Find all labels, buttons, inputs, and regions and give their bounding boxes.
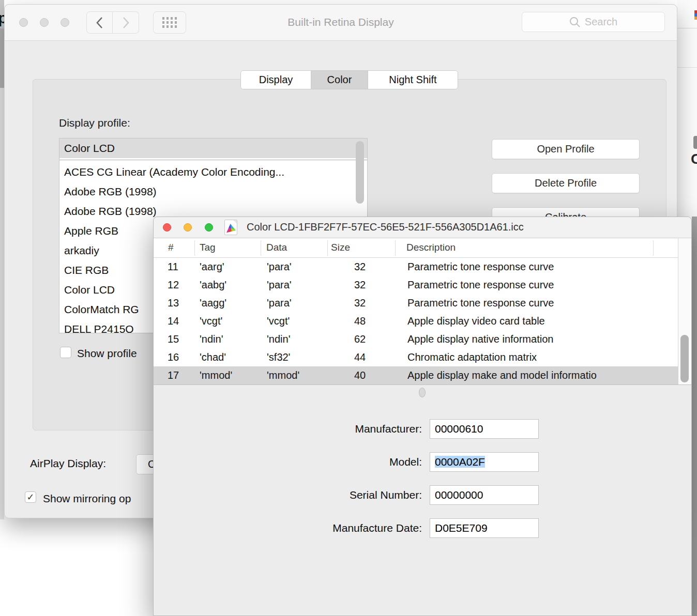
delete-profile-button[interactable]: Delete Profile: [492, 173, 640, 193]
cell-data: 'mmod': [267, 366, 299, 384]
manufacture-date-value: D0E5E709: [435, 522, 488, 534]
background-text-fragment: C: [691, 151, 697, 167]
cell-size: 32: [354, 276, 366, 294]
scrollbar-thumb[interactable]: [356, 141, 364, 204]
tag-table: 11 'aarg' 'para' 32 Parametric tone resp…: [154, 258, 691, 384]
table-row[interactable]: 11 'aarg' 'para' 32 Parametric tone resp…: [154, 258, 691, 276]
cell-num: 12: [168, 276, 179, 294]
cell-data: 'para': [267, 276, 292, 294]
column-header-size[interactable]: Size: [331, 242, 350, 253]
list-item[interactable]: Adobe RGB (1998): [59, 182, 367, 202]
cell-tag: 'ndin': [200, 330, 223, 348]
show-mirroring-checkbox[interactable]: ✓: [25, 491, 36, 503]
cell-num: 17: [168, 366, 179, 384]
show-all-button[interactable]: [153, 11, 186, 34]
serial-number-value: 00000000: [435, 489, 483, 501]
background-window-right-edge: C: [677, 0, 697, 217]
minimize-button[interactable]: [184, 223, 192, 232]
divider: [677, 28, 697, 28]
list-item[interactable]: ACES CG Linear (Academy Color Encoding..…: [59, 162, 367, 182]
back-button[interactable]: [86, 11, 113, 34]
table-row[interactable]: 14 'vcgt' 'vcgt' 48 Apple display video …: [154, 312, 691, 330]
model-label: Model:: [247, 456, 422, 468]
manufacture-date-field[interactable]: D0E5E709: [430, 518, 539, 538]
grid-icon: [162, 17, 177, 28]
cell-description: Apple display video card table: [407, 312, 545, 330]
table-row[interactable]: 16 'chad' 'sf32' 44 Chromatic adaptation…: [154, 348, 691, 366]
table-row-selected[interactable]: 17 'mmod' 'mmod' 40 Apple display make a…: [154, 366, 691, 384]
column-header-tag[interactable]: Tag: [200, 242, 216, 253]
table-row[interactable]: 13 'aagg' 'para' 32 Parametric tone resp…: [154, 294, 691, 312]
tab-color[interactable]: Color: [311, 71, 368, 89]
search-placeholder: Search: [585, 16, 617, 28]
cell-tag: 'aabg': [200, 276, 226, 294]
list-item-selected[interactable]: Color LCD: [59, 138, 367, 158]
cell-description: Apple display native information: [407, 330, 553, 348]
window-title: Color LCD-1FBF2F7F-57EC-56E5-521F-556A30…: [247, 221, 524, 233]
show-mirroring-label: Show mirroring op: [43, 492, 131, 505]
model-field[interactable]: 0000A02F: [430, 452, 539, 472]
column-divider: [261, 240, 261, 256]
table-header[interactable]: # Tag Data Size Description: [154, 238, 691, 258]
checkmark-icon: ✓: [26, 491, 34, 503]
model-row: Model: 0000A02F: [154, 452, 691, 472]
manufacturer-field[interactable]: 00000610: [430, 419, 539, 439]
minimize-button[interactable]: [40, 18, 49, 27]
zoom-button[interactable]: [205, 223, 213, 232]
close-button[interactable]: [19, 18, 28, 27]
cell-size: 48: [354, 312, 366, 330]
show-profiles-checkbox[interactable]: [60, 347, 71, 358]
column-header-data[interactable]: Data: [266, 242, 287, 253]
open-profile-button[interactable]: Open Profile: [492, 139, 640, 159]
background-button-fragment: [693, 136, 697, 149]
splitter-handle[interactable]: [419, 388, 426, 397]
search-icon: [569, 17, 581, 28]
cell-size: 32: [354, 258, 366, 276]
background-window-right-edge-lower: [692, 217, 697, 616]
tab-display[interactable]: Display: [241, 71, 311, 89]
background-icon-fragment: [694, 10, 697, 20]
display-tabs: Display Color Night Shift: [240, 70, 458, 89]
close-button[interactable]: [163, 223, 171, 232]
forward-button[interactable]: [113, 11, 139, 34]
tab-night-shift[interactable]: Night Shift: [368, 71, 458, 89]
cell-tag: 'chad': [200, 348, 226, 366]
cell-description: Apple display make and model informatio: [407, 366, 597, 384]
scrollbar-thumb[interactable]: [680, 335, 689, 382]
column-header-num[interactable]: #: [168, 242, 174, 253]
column-divider: [395, 240, 396, 256]
manufacturer-value: 00000610: [435, 423, 483, 435]
cell-data: 'para': [267, 258, 292, 276]
titlebar[interactable]: Built-in Retina Display Search: [5, 5, 677, 41]
divider: [677, 67, 697, 68]
manufacture-date-label: Manufacture Date:: [247, 522, 422, 534]
cell-size: 32: [354, 294, 366, 312]
table-row[interactable]: 12 'aabg' 'para' 32 Parametric tone resp…: [154, 276, 691, 294]
serial-number-field[interactable]: 00000000: [430, 485, 539, 505]
page-fold: [233, 220, 237, 224]
column-divider: [194, 240, 195, 256]
cell-num: 13: [168, 294, 179, 312]
display-profile-label: Display profile:: [59, 117, 130, 129]
cell-data: 'vcgt': [267, 312, 290, 330]
titlebar[interactable]: Color LCD-1FBF2F7F-57EC-56E5-521F-556A30…: [154, 217, 691, 238]
navigation-buttons: [86, 11, 139, 34]
model-value-selected-text: 0000A02F: [435, 456, 485, 468]
pane-divider: [154, 384, 691, 385]
cell-size: 62: [354, 330, 366, 348]
colorsync-document-icon: [224, 220, 237, 235]
search-input[interactable]: Search: [522, 12, 665, 32]
forward-icon: [121, 16, 130, 29]
colorsync-icc-window: Color LCD-1FBF2F7F-57EC-56E5-521F-556A30…: [153, 217, 692, 616]
cell-data: 'para': [267, 294, 292, 312]
list-separator: [59, 158, 367, 162]
cell-tag: 'mmod': [200, 366, 232, 384]
cell-description: Parametric tone response curve: [407, 276, 554, 294]
manufacture-date-row: Manufacture Date: D0E5E709: [154, 518, 691, 538]
column-header-description[interactable]: Description: [406, 242, 456, 253]
cell-num: 15: [168, 330, 179, 348]
table-row[interactable]: 15 'ndin' 'ndin' 62 Apple display native…: [154, 330, 691, 348]
zoom-button[interactable]: [60, 18, 69, 27]
cell-size: 44: [354, 348, 366, 366]
cell-description: Chromatic adaptation matrix: [407, 348, 537, 366]
